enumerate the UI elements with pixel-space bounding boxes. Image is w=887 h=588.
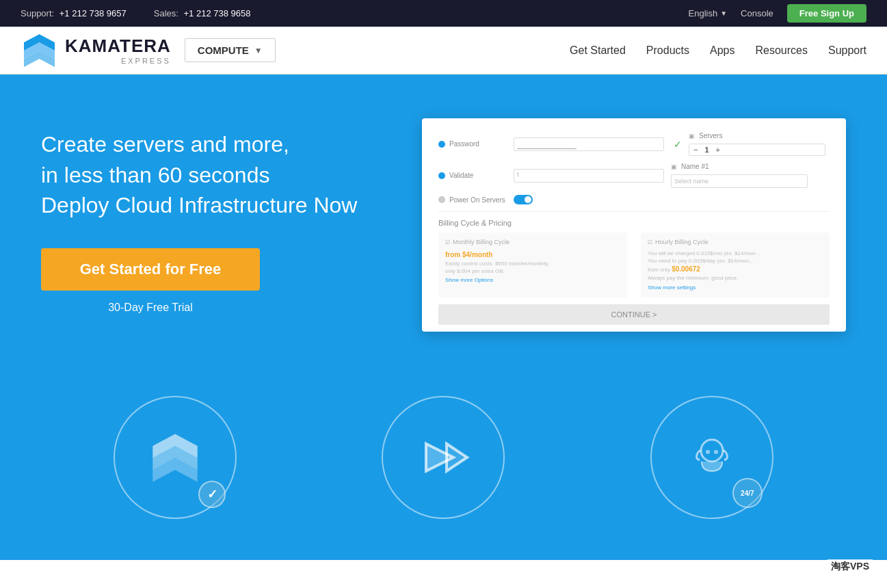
mock-billing-options: ☑ Monthly Billing Cycle from $4/month Ea… — [438, 232, 830, 297]
feature-circle-1: ✓ — [114, 396, 237, 519]
feature-support: 24/7 — [650, 396, 773, 519]
nav-links: Get Started Products Apps Resources Supp… — [570, 44, 866, 57]
mock-name-select: Select name — [671, 174, 808, 188]
hero-dashboard-mockup: Password ✓ ▣ Servers − 1 + — [422, 111, 846, 331]
features-section: ✓ — [0, 369, 887, 560]
hero-section: Create servers and more, in less than 60… — [0, 75, 887, 369]
top-bar: Support: +1 212 738 9657 Sales: +1 212 7… — [0, 0, 887, 27]
mock-billing-title: Billing Cycle & Pricing — [438, 219, 830, 227]
svg-point-11 — [706, 450, 710, 454]
nav-get-started[interactable]: Get Started — [570, 44, 626, 57]
feature-icon-wrap-3 — [678, 423, 746, 492]
mock-divider — [438, 211, 830, 212]
watermark: 淘客VPS — [827, 559, 873, 560]
trial-text: 30-Day Free Trial — [41, 302, 260, 314]
mock-radio-icon — [438, 172, 445, 179]
mock-validate-row: Validate t ▣ Name #1 Select name — [438, 163, 830, 188]
nav-apps[interactable]: Apps — [710, 44, 734, 57]
feature-circle-3: 24/7 — [650, 396, 773, 519]
logo-area: KAMATERA EXPRESS — [21, 31, 171, 69]
mock-validate-input: t — [514, 169, 664, 183]
feature-speed — [382, 396, 505, 519]
console-link[interactable]: Console — [741, 8, 773, 18]
mock-password-row: Password ✓ ▣ Servers − 1 + — [438, 132, 830, 156]
mock-server-counter: − 1 + — [689, 144, 825, 156]
nav-left: KAMATERA EXPRESS COMPUTE ▼ — [21, 31, 276, 69]
hero-content: Create servers and more, in less than 60… — [41, 129, 422, 314]
nav-support[interactable]: Support — [828, 44, 866, 57]
top-bar-actions: English ▼ Console Free Sign Up — [689, 4, 866, 23]
main-nav: KAMATERA EXPRESS COMPUTE ▼ Get Started P… — [0, 27, 887, 75]
mock-radio-icon — [438, 141, 445, 148]
nav-products[interactable]: Products — [646, 44, 689, 57]
svg-point-10 — [701, 440, 723, 462]
get-started-button[interactable]: Get Started for Free — [41, 248, 260, 291]
kamatera-logo-icon — [21, 31, 58, 69]
nav-resources[interactable]: Resources — [755, 44, 807, 57]
mock-continue-button[interactable]: CONTINUE > — [438, 304, 830, 325]
top-bar-contact: Support: +1 212 738 9657 Sales: +1 212 7… — [21, 8, 250, 18]
mock-billing-monthly: ☑ Monthly Billing Cycle from $4/month Ea… — [438, 232, 627, 297]
feature-circle-2 — [382, 396, 505, 519]
mock-check-icon: ✓ — [674, 139, 682, 150]
hero-headline: Create servers and more, in less than 60… — [41, 129, 422, 221]
mock-power-row: Power On Servers — [438, 195, 830, 204]
svg-marker-9 — [447, 444, 467, 471]
mock-password-input — [514, 137, 664, 151]
dashboard-screenshot: Password ✓ ▣ Servers − 1 + — [422, 118, 846, 331]
chevron-down-icon: ▼ — [254, 46, 263, 55]
free-signup-button[interactable]: Free Sign Up — [787, 4, 866, 23]
sales-info: Sales: +1 212 738 9658 — [154, 8, 251, 18]
svg-point-12 — [714, 450, 718, 454]
chevron-down-icon: ▼ — [720, 10, 727, 17]
feature-infrastructure: ✓ — [114, 396, 237, 519]
kamatera-feature-icon — [148, 430, 202, 485]
mock-billing-hourly: ☑ Hourly Billing Cycle You will be charg… — [641, 232, 830, 297]
support-badge: 24/7 — [732, 478, 763, 508]
headset-icon — [685, 430, 739, 485]
check-badge: ✓ — [198, 481, 226, 508]
mock-toggle-switch[interactable] — [514, 195, 533, 204]
feature-icon-wrap-1 — [141, 423, 209, 492]
logo-text: KAMATERA EXPRESS — [65, 36, 171, 65]
speed-icon — [416, 430, 471, 485]
mock-radio-icon — [438, 196, 445, 203]
compute-dropdown[interactable]: COMPUTE ▼ — [185, 38, 276, 62]
feature-icon-wrap-2 — [409, 423, 477, 492]
support-info: Support: +1 212 738 9657 — [21, 8, 127, 18]
language-selector[interactable]: English ▼ — [689, 8, 728, 18]
